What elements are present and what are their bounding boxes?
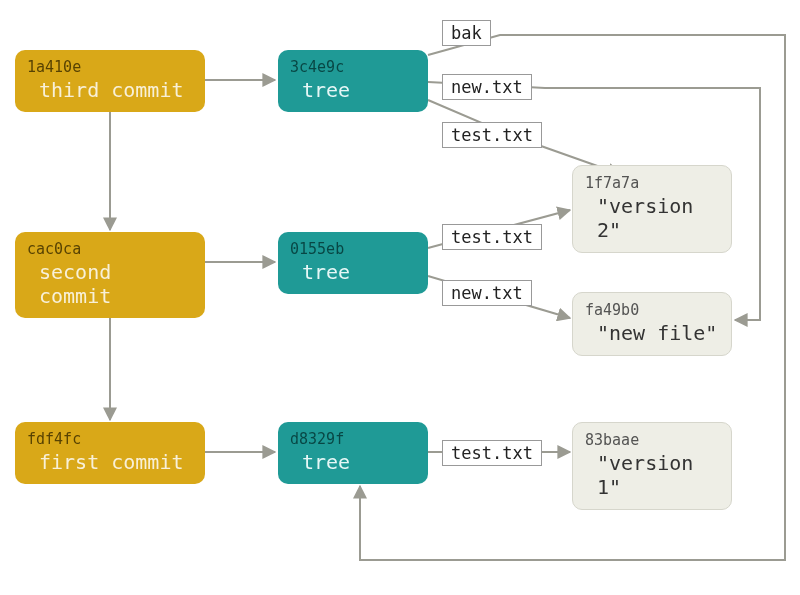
commit-label: second commit xyxy=(27,260,193,308)
commit-hash: fdf4fc xyxy=(27,430,193,448)
edge-label-bak: bak xyxy=(442,20,491,46)
blob-hash: 1f7a7a xyxy=(585,174,719,192)
edge-label-test-txt: test.txt xyxy=(442,122,542,148)
edge-label-new-txt: new.txt xyxy=(442,280,532,306)
commit-hash: 1a410e xyxy=(27,58,193,76)
blob-hash: 83baae xyxy=(585,431,719,449)
tree-hash: 0155eb xyxy=(290,240,416,258)
tree-hash: d8329f xyxy=(290,430,416,448)
blob-label: "new file" xyxy=(585,321,719,345)
tree-hash: 3c4e9c xyxy=(290,58,416,76)
commit-second: cac0ca second commit xyxy=(15,232,205,318)
blob-label: "version 1" xyxy=(585,451,719,499)
tree-t2: 0155eb tree xyxy=(278,232,428,294)
tree-t3: 3c4e9c tree xyxy=(278,50,428,112)
edge-label-new-txt: new.txt xyxy=(442,74,532,100)
tree-label: tree xyxy=(290,450,416,474)
blob-v2: 1f7a7a "version 2" xyxy=(572,165,732,253)
blob-new: fa49b0 "new file" xyxy=(572,292,732,356)
tree-t1: d8329f tree xyxy=(278,422,428,484)
tree-label: tree xyxy=(290,260,416,284)
commit-third: 1a410e third commit xyxy=(15,50,205,112)
tree-label: tree xyxy=(290,78,416,102)
blob-label: "version 2" xyxy=(585,194,719,242)
edge-label-test-txt: test.txt xyxy=(442,224,542,250)
commit-hash: cac0ca xyxy=(27,240,193,258)
blob-hash: fa49b0 xyxy=(585,301,719,319)
edge-label-test-txt: test.txt xyxy=(442,440,542,466)
commit-label: first commit xyxy=(27,450,193,474)
commit-first: fdf4fc first commit xyxy=(15,422,205,484)
commit-label: third commit xyxy=(27,78,193,102)
blob-v1: 83baae "version 1" xyxy=(572,422,732,510)
